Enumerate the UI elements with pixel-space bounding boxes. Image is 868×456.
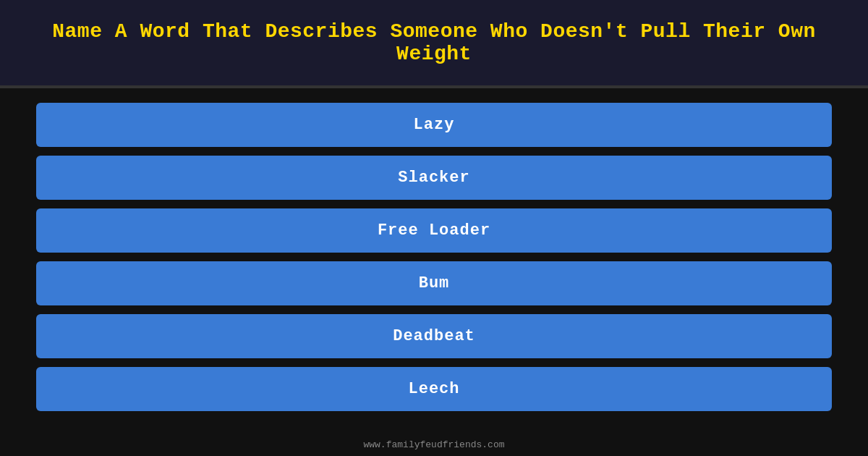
page-title: Name A Word That Describes Someone Who D… bbox=[29, 20, 839, 65]
footer: www.familyfeudfriends.com bbox=[0, 434, 868, 456]
answer-button-6[interactable]: Leech bbox=[36, 367, 832, 411]
answer-button-3[interactable]: Free Loader bbox=[36, 208, 832, 253]
answer-button-5[interactable]: Deadbeat bbox=[36, 314, 832, 358]
answer-button-4[interactable]: Bum bbox=[36, 261, 832, 305]
answer-button-2[interactable]: Slacker bbox=[36, 156, 832, 200]
answer-button-1[interactable]: Lazy bbox=[36, 103, 832, 147]
header: Name A Word That Describes Someone Who D… bbox=[0, 0, 868, 88]
footer-url: www.familyfeudfriends.com bbox=[363, 439, 504, 450]
answers-container: LazySlackerFree LoaderBumDeadbeatLeech bbox=[0, 88, 868, 434]
